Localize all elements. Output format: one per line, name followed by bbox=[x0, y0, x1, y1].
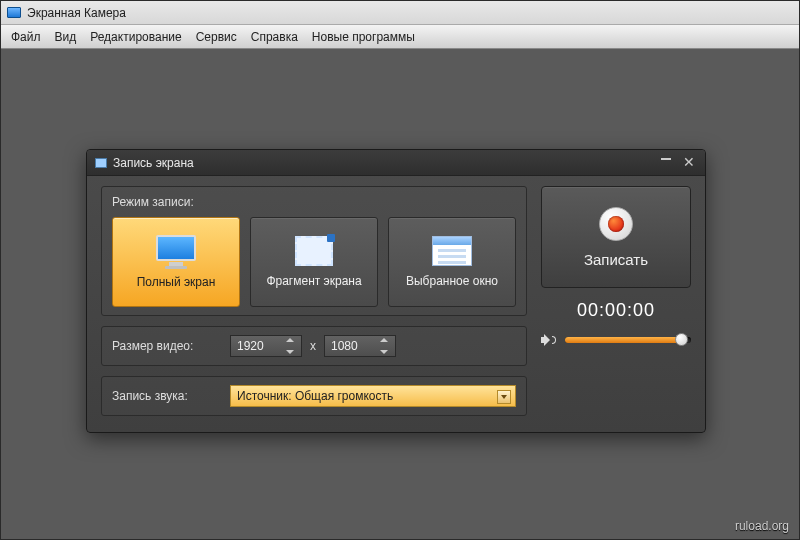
menu-help[interactable]: Справка bbox=[251, 30, 298, 44]
minimize-icon[interactable] bbox=[661, 158, 671, 160]
record-dialog: Запись экрана ✕ Режим записи: Полный bbox=[86, 149, 706, 433]
menubar: Файл Вид Редактирование Сервис Справка Н… bbox=[1, 25, 799, 49]
volume-thumb[interactable] bbox=[675, 333, 688, 346]
volume-slider[interactable] bbox=[565, 337, 691, 343]
menu-service[interactable]: Сервис bbox=[196, 30, 237, 44]
menu-view[interactable]: Вид bbox=[55, 30, 77, 44]
window-icon bbox=[432, 236, 472, 266]
right-column: Записать 00:00:00 bbox=[541, 186, 691, 416]
mode-fullscreen-label: Полный экран bbox=[137, 275, 216, 289]
dialog-icon bbox=[95, 158, 107, 168]
width-input[interactable]: 1920 bbox=[230, 335, 302, 357]
mode-group: Режим записи: Полный экран Фрагмент эк bbox=[101, 186, 527, 316]
height-down-icon[interactable] bbox=[380, 350, 388, 354]
width-down-icon[interactable] bbox=[286, 350, 294, 354]
height-value: 1080 bbox=[331, 339, 358, 353]
volume-row bbox=[541, 333, 691, 347]
height-up-icon[interactable] bbox=[380, 338, 388, 342]
menu-new-programs[interactable]: Новые программы bbox=[312, 30, 415, 44]
audio-label: Запись звука: bbox=[112, 389, 222, 403]
chevron-down-icon[interactable] bbox=[497, 390, 511, 404]
record-timer: 00:00:00 bbox=[577, 300, 655, 321]
menu-edit[interactable]: Редактирование bbox=[90, 30, 181, 44]
left-column: Режим записи: Полный экран Фрагмент эк bbox=[101, 186, 527, 416]
record-button[interactable]: Записать bbox=[541, 186, 691, 288]
mode-fullscreen-button[interactable]: Полный экран bbox=[112, 217, 240, 307]
close-icon[interactable]: ✕ bbox=[683, 154, 695, 170]
dialog-titlebar[interactable]: Запись экрана ✕ bbox=[87, 150, 705, 176]
workspace: Запись экрана ✕ Режим записи: Полный bbox=[1, 49, 799, 539]
mode-region-button[interactable]: Фрагмент экрана bbox=[250, 217, 378, 307]
watermark: ruload.org bbox=[735, 519, 789, 533]
mode-group-label: Режим записи: bbox=[112, 195, 516, 209]
app-window: Экранная Камера Файл Вид Редактирование … bbox=[0, 0, 800, 540]
app-title: Экранная Камера bbox=[27, 6, 126, 20]
app-titlebar: Экранная Камера bbox=[1, 1, 799, 25]
audio-source-value: Источник: Общая громкость bbox=[237, 389, 393, 403]
mode-region-label: Фрагмент экрана bbox=[266, 274, 361, 288]
record-button-label: Записать bbox=[584, 251, 648, 268]
monitor-icon bbox=[156, 235, 196, 267]
mode-window-label: Выбранное окно bbox=[406, 274, 498, 288]
width-up-icon[interactable] bbox=[286, 338, 294, 342]
audio-group: Запись звука: Источник: Общая громкость bbox=[101, 376, 527, 416]
fragment-icon bbox=[295, 236, 333, 266]
dialog-body: Режим записи: Полный экран Фрагмент эк bbox=[87, 176, 705, 432]
speaker-icon bbox=[541, 333, 557, 347]
menu-file[interactable]: Файл bbox=[11, 30, 41, 44]
mode-window-button[interactable]: Выбранное окно bbox=[388, 217, 516, 307]
width-value: 1920 bbox=[237, 339, 264, 353]
app-icon bbox=[7, 7, 21, 18]
height-input[interactable]: 1080 bbox=[324, 335, 396, 357]
record-icon bbox=[599, 207, 633, 241]
size-label: Размер видео: bbox=[112, 339, 222, 353]
size-group: Размер видео: 1920 x 1080 bbox=[101, 326, 527, 366]
dialog-title: Запись экрана bbox=[113, 156, 194, 170]
size-separator: x bbox=[310, 339, 316, 353]
mode-row: Полный экран Фрагмент экрана Выбранн bbox=[112, 217, 516, 307]
audio-source-select[interactable]: Источник: Общая громкость bbox=[230, 385, 516, 407]
